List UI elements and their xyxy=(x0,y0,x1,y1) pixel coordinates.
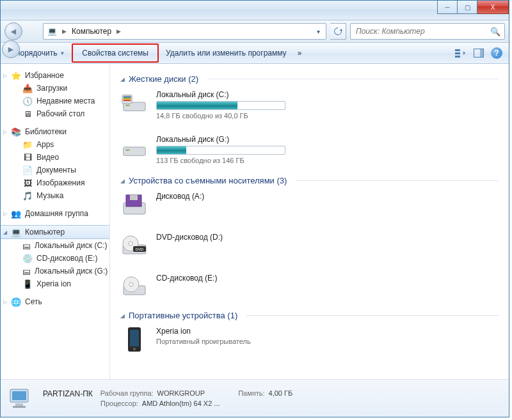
chevron-right-icon[interactable]: ▶ xyxy=(61,28,68,35)
svg-rect-1 xyxy=(455,52,460,54)
cd-icon xyxy=(120,274,148,299)
sidebar-item-cd-drive-e[interactable]: 💿CD-дисковод (E:) xyxy=(1,252,109,265)
svg-rect-29 xyxy=(12,391,26,400)
preview-pane-button[interactable] xyxy=(473,47,484,59)
svg-rect-30 xyxy=(15,403,23,406)
status-memory-label: Память: xyxy=(238,389,264,398)
phone-icon: 📱 xyxy=(22,279,33,289)
main-content: ◢ Жесткие диски (2) Локальный диск (C:) … xyxy=(110,64,509,379)
help-button[interactable]: ? xyxy=(491,47,502,59)
section-header-hdd[interactable]: ◢ Жесткие диски (2) xyxy=(120,74,499,84)
status-workgroup-value: WORKGROUP xyxy=(157,389,205,398)
svg-rect-6 xyxy=(126,105,130,106)
toolbar-overflow-button[interactable]: » xyxy=(294,49,306,58)
maximize-icon: ▢ xyxy=(465,4,470,11)
sidebar-label: Компьютер xyxy=(25,228,65,237)
refresh-button[interactable] xyxy=(330,23,346,40)
section-title: Портативные устройства (1) xyxy=(129,311,237,320)
device-xperia[interactable]: Xperia ion Портативный проигрыватель xyxy=(120,327,306,352)
images-icon: 🖼 xyxy=(22,178,33,188)
drive-local-c[interactable]: Локальный диск (C:) 14,8 ГБ свободно из … xyxy=(120,90,306,120)
search-box[interactable]: 🔍 xyxy=(350,23,505,40)
maximize-button[interactable]: ▢ xyxy=(458,1,477,14)
minimize-button[interactable]: ─ xyxy=(437,1,458,14)
cd-icon: 💿 xyxy=(22,253,33,263)
sidebar-item-local-disk-c[interactable]: 🖴Локальный диск (C:) xyxy=(1,239,109,252)
titlebar: ─ ▢ X xyxy=(1,1,509,20)
refresh-icon xyxy=(333,27,342,36)
sidebar-item-label: Видео xyxy=(36,153,59,162)
sidebar-item-documents[interactable]: 📄Документы xyxy=(1,164,109,176)
status-cpu-label: Процессор: xyxy=(100,400,138,407)
drive-free-text: 113 ГБ свободно из 146 ГБ xyxy=(156,157,306,164)
details-pane: PARTIZAN-ПК Рабочая группа: WORKGROUP Па… xyxy=(1,379,509,417)
capacity-bar xyxy=(156,146,285,155)
view-options-button[interactable] xyxy=(455,47,467,59)
svg-text:DVD: DVD xyxy=(136,247,144,251)
device-name: Xperia ion xyxy=(156,327,306,336)
content-area: ⭐ Избранное 📥Загрузки 🕔Недавние места 🖥Р… xyxy=(1,64,509,379)
drive-cd-e[interactable]: CD-дисковод (E:) xyxy=(120,274,306,299)
desktop-icon: 🖥 xyxy=(22,109,33,119)
sidebar-item-music[interactable]: 🎵Музыка xyxy=(1,189,109,202)
drive-name: Локальный диск (C:) xyxy=(156,90,306,99)
drive-local-g[interactable]: Локальный диск (G:) 113 ГБ свободно из 1… xyxy=(120,135,306,164)
sidebar-item-label: Рабочий стол xyxy=(36,109,84,118)
svg-rect-16 xyxy=(130,195,138,200)
sidebar-favorites-header[interactable]: ⭐ Избранное xyxy=(1,69,109,82)
sidebar-item-local-disk-g[interactable]: 🖴Локальный диск (G:) xyxy=(1,265,109,277)
svg-point-27 xyxy=(133,348,136,350)
sidebar-libraries-header[interactable]: 📚 Библиотеки xyxy=(1,125,109,138)
drive-name: CD-дисковод (E:) xyxy=(156,274,306,283)
svg-rect-0 xyxy=(455,49,460,51)
device-type: Портативный проигрыватель xyxy=(156,338,306,345)
close-icon: X xyxy=(491,4,495,11)
sidebar-computer-header[interactable]: 💻 Компьютер xyxy=(1,225,109,239)
explorer-window: ─ ▢ X ◄ ► 💻 ▶ Компьютер ▶ ▾ 🔍 Упорядочит… xyxy=(0,0,509,417)
sidebar-item-label: Недавние места xyxy=(36,97,95,105)
breadcrumb-computer[interactable]: Компьютер xyxy=(69,25,114,38)
system-properties-label: Свойства системы xyxy=(82,49,148,58)
sidebar-label: Библиотеки xyxy=(25,127,67,136)
sidebar-network-header[interactable]: 🌐 Сеть xyxy=(1,295,109,308)
forward-button[interactable]: ► xyxy=(2,40,20,58)
chevron-right-icon[interactable]: ▶ xyxy=(115,28,122,35)
sidebar-item-label: Музыка xyxy=(36,191,63,200)
sidebar-item-downloads[interactable]: 📥Загрузки xyxy=(1,82,109,95)
section-title: Устройства со съемными носителями (3) xyxy=(129,176,287,185)
homegroup-icon: 👥 xyxy=(11,208,21,219)
sidebar-item-desktop[interactable]: 🖥Рабочий стол xyxy=(1,107,109,120)
sidebar-item-label: CD-дисковод (E:) xyxy=(36,254,97,263)
music-icon: 🎵 xyxy=(22,191,33,201)
uninstall-program-button[interactable]: Удалить или изменить программу xyxy=(159,43,294,63)
close-button[interactable]: X xyxy=(477,1,509,14)
sidebar-homegroup-header[interactable]: 👥 Домашняя группа xyxy=(1,207,109,220)
search-input[interactable] xyxy=(355,26,488,36)
sidebar-item-apps[interactable]: 📁Apps xyxy=(1,138,109,151)
address-computer-icon[interactable]: 💻 xyxy=(45,25,60,38)
floppy-icon xyxy=(120,192,148,217)
back-button[interactable]: ◄ xyxy=(4,22,22,40)
address-dropdown-button[interactable]: ▾ xyxy=(312,25,324,38)
sidebar-item-images[interactable]: 🖼Изображения xyxy=(1,176,109,189)
minimize-icon: ─ xyxy=(445,4,449,11)
svg-rect-11 xyxy=(124,98,131,100)
sidebar-item-video[interactable]: 🎞Видео xyxy=(1,151,109,164)
section-header-portable[interactable]: ◢ Портативные устройства (1) xyxy=(120,311,499,320)
computer-icon xyxy=(7,386,34,410)
collapse-icon: ◢ xyxy=(120,178,125,184)
computer-icon: 💻 xyxy=(11,227,21,237)
section-title: Жесткие диски (2) xyxy=(129,74,198,84)
drive-floppy-a[interactable]: Дисковод (A:) xyxy=(120,192,306,217)
sidebar-item-recent[interactable]: 🕔Недавние места xyxy=(1,95,109,107)
drive-name: Дисковод (A:) xyxy=(156,192,306,201)
svg-rect-12 xyxy=(124,147,145,155)
dvd-icon: DVD xyxy=(120,233,148,258)
system-properties-button[interactable]: Свойства системы xyxy=(72,43,159,63)
drive-dvd-d[interactable]: DVD DVD-дисковод (D:) xyxy=(120,233,306,258)
address-bar[interactable]: 💻 ▶ Компьютер ▶ ▾ xyxy=(43,23,326,40)
sidebar-item-label: Локальный диск (C:) xyxy=(35,241,108,250)
sidebar-label: Избранное xyxy=(25,71,64,80)
sidebar-item-xperia[interactable]: 📱Xperia ion xyxy=(1,277,109,290)
section-header-removable[interactable]: ◢ Устройства со съемными носителями (3) xyxy=(120,176,499,185)
